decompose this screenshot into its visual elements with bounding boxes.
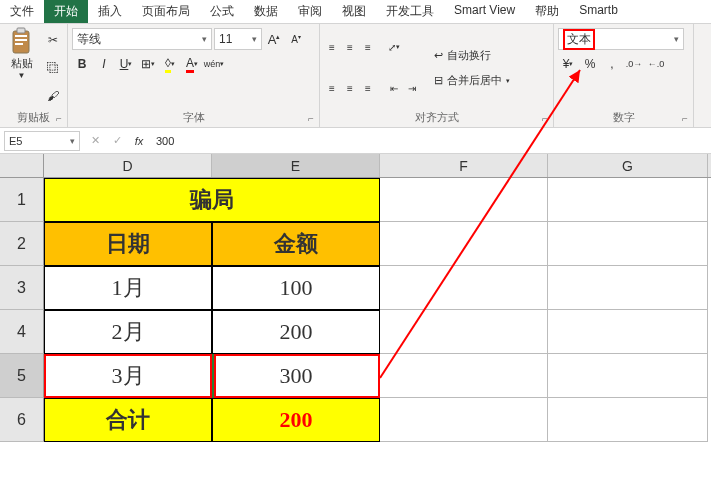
- merge-icon: ⊟: [434, 74, 443, 87]
- cell-D3[interactable]: 1月: [44, 266, 212, 310]
- tab-review[interactable]: 审阅: [288, 0, 332, 23]
- select-all-corner[interactable]: [0, 154, 44, 177]
- cell-E5[interactable]: 300: [212, 354, 380, 398]
- cell-G3[interactable]: [548, 266, 708, 310]
- tab-data[interactable]: 数据: [244, 0, 288, 23]
- svg-rect-4: [15, 43, 23, 45]
- col-header-E[interactable]: E: [212, 154, 380, 177]
- align-top-button[interactable]: ≡: [324, 39, 340, 55]
- align-middle-button[interactable]: ≡: [342, 39, 358, 55]
- name-box[interactable]: E5 ▾: [4, 131, 80, 151]
- col-header-G[interactable]: G: [548, 154, 708, 177]
- col-header-F[interactable]: F: [380, 154, 548, 177]
- col-header-D[interactable]: D: [44, 154, 212, 177]
- cell-F2[interactable]: [380, 222, 548, 266]
- number-format-value: 文本: [563, 29, 595, 50]
- align-bottom-button[interactable]: ≡: [360, 39, 376, 55]
- font-size-combo[interactable]: 11▾: [214, 28, 262, 50]
- cell-D4[interactable]: 2月: [44, 310, 212, 354]
- indent-decrease-button[interactable]: ⇤: [386, 81, 402, 97]
- orientation-button[interactable]: ⤢▾: [386, 39, 402, 55]
- underline-button[interactable]: U ▾: [116, 54, 136, 74]
- row-header-1[interactable]: 1: [0, 178, 44, 222]
- comma-button[interactable]: ,: [602, 54, 622, 74]
- bold-button[interactable]: B: [72, 54, 92, 74]
- merge-center-button[interactable]: ⊟合并后居中 ▾: [430, 70, 514, 92]
- tab-dev[interactable]: 开发工具: [376, 0, 444, 23]
- increase-decimal-button[interactable]: .0→: [624, 54, 644, 74]
- cell-D2[interactable]: 日期: [44, 222, 212, 266]
- fill-color-button[interactable]: ◊ ▾: [160, 54, 180, 74]
- tab-smartview[interactable]: Smart View: [444, 0, 525, 23]
- accept-formula-button[interactable]: ✓: [106, 131, 128, 151]
- cell-F1[interactable]: [380, 178, 548, 222]
- cell-F3[interactable]: [380, 266, 548, 310]
- tab-file[interactable]: 文件: [0, 0, 44, 23]
- bold-icon: B: [78, 57, 87, 71]
- decrease-decimal-button[interactable]: ←.0: [646, 54, 666, 74]
- align-left-button[interactable]: ≡: [324, 81, 340, 97]
- align-center-button[interactable]: ≡: [342, 81, 358, 97]
- tab-help[interactable]: 帮助: [525, 0, 569, 23]
- increase-font-button[interactable]: A▴: [264, 29, 284, 49]
- wrap-text-button[interactable]: ↩自动换行: [430, 45, 514, 67]
- tab-smartb[interactable]: Smartb: [569, 0, 628, 23]
- cell-E3[interactable]: 100: [212, 266, 380, 310]
- font-color-button[interactable]: A ▾: [182, 54, 202, 74]
- tab-insert[interactable]: 插入: [88, 0, 132, 23]
- font-dialog-launcher[interactable]: ⌐: [305, 113, 317, 125]
- cell-E6[interactable]: 200: [212, 398, 380, 442]
- cell-G2[interactable]: [548, 222, 708, 266]
- phonetic-icon: wén: [204, 59, 221, 69]
- tab-layout[interactable]: 页面布局: [132, 0, 200, 23]
- italic-button[interactable]: I: [94, 54, 114, 74]
- group-label-number: 数字: [558, 108, 689, 127]
- brush-icon: 🖌: [47, 89, 59, 103]
- cell-F6[interactable]: [380, 398, 548, 442]
- fx-button[interactable]: fx: [128, 131, 150, 151]
- row-header-4[interactable]: 4: [0, 310, 44, 354]
- cell-G5[interactable]: [548, 354, 708, 398]
- merge-label: 合并后居中: [447, 73, 502, 88]
- copy-button[interactable]: ⿻: [43, 58, 63, 78]
- paste-button[interactable]: 粘贴 ▼: [4, 28, 39, 108]
- decrease-font-button[interactable]: A▾: [286, 29, 306, 49]
- align-center-icon: ≡: [347, 83, 353, 94]
- number-format-combo[interactable]: 文本 ▾: [558, 28, 684, 50]
- row-header-2[interactable]: 2: [0, 222, 44, 266]
- underline-icon: U: [120, 57, 129, 71]
- currency-icon: ¥: [563, 57, 570, 71]
- row-header-6[interactable]: 6: [0, 398, 44, 442]
- clipboard-dialog-launcher[interactable]: ⌐: [53, 113, 65, 125]
- align-dialog-launcher[interactable]: ⌐: [539, 113, 551, 125]
- cell-G6[interactable]: [548, 398, 708, 442]
- indent-increase-button[interactable]: ⇥: [404, 81, 420, 97]
- row-header-5[interactable]: 5: [0, 354, 44, 398]
- cell-G4[interactable]: [548, 310, 708, 354]
- border-button[interactable]: ⊞ ▾: [138, 54, 158, 74]
- accounting-format-button[interactable]: ¥▾: [558, 54, 578, 74]
- cut-button[interactable]: ✂: [43, 30, 63, 50]
- cell-G1[interactable]: [548, 178, 708, 222]
- tab-home[interactable]: 开始: [44, 0, 88, 23]
- format-painter-button[interactable]: 🖌: [43, 86, 63, 106]
- cell-E2[interactable]: 金额: [212, 222, 380, 266]
- cell-D5[interactable]: 3月: [44, 354, 212, 398]
- cell-F5[interactable]: [380, 354, 548, 398]
- number-dialog-launcher[interactable]: ⌐: [679, 113, 691, 125]
- phonetic-button[interactable]: wén ▾: [204, 54, 224, 74]
- cell-D1[interactable]: 骗局: [44, 178, 380, 222]
- decrease-font-icon: A▾: [291, 33, 301, 45]
- cell-D6[interactable]: 合计: [44, 398, 212, 442]
- formula-input[interactable]: 300: [150, 131, 711, 151]
- tab-view[interactable]: 视图: [332, 0, 376, 23]
- cell-E4[interactable]: 200: [212, 310, 380, 354]
- row-header-3[interactable]: 3: [0, 266, 44, 310]
- percent-button[interactable]: %: [580, 54, 600, 74]
- tab-formulas[interactable]: 公式: [200, 0, 244, 23]
- cancel-formula-button[interactable]: ✕: [84, 131, 106, 151]
- align-right-button[interactable]: ≡: [360, 81, 376, 97]
- chevron-down-icon: ▾: [70, 136, 75, 146]
- cell-F4[interactable]: [380, 310, 548, 354]
- font-name-combo[interactable]: 等线▾: [72, 28, 212, 50]
